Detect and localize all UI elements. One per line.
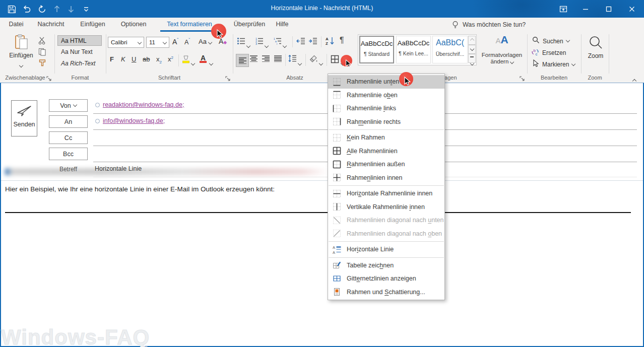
from-button[interactable]: Von [49,99,88,112]
change-case-icon[interactable]: Aa [199,38,212,45]
minimize-button[interactable] [574,0,597,18]
menu-item-label: Alle Rahmenlinien [347,148,398,155]
styles-scroll-down-icon[interactable] [468,45,476,54]
ribbon-display-options-icon[interactable] [552,0,574,18]
shrink-font-icon[interactable]: Aˇ [184,37,190,46]
sort-icon[interactable]: AZ [325,36,335,47]
chevron-down-icon[interactable] [265,40,268,49]
select-button[interactable]: Markieren [532,59,575,70]
font-size-combo[interactable]: 11 [146,37,169,48]
align-left-button[interactable] [236,54,249,67]
bcc-button[interactable]: Bcc [49,148,88,160]
bold-button[interactable]: F [110,55,114,63]
underline-button[interactable]: U [132,55,136,63]
close-button[interactable] [621,0,643,18]
format-rich-text-button[interactable]: Aa Rich-Text [58,58,102,69]
cut-icon[interactable] [38,37,46,47]
to-address-link[interactable]: info@windows-faq.de; [103,117,165,124]
grow-font-icon[interactable]: Aˆ [172,37,178,46]
align-center-button[interactable] [250,55,257,64]
menu-item-border-top[interactable]: Rahmenlinie oben [328,89,444,102]
superscript-button[interactable]: x2 [168,55,173,63]
menu-item-borders-and-shading[interactable]: Rahmen und Schattierung... [328,286,444,299]
zoom-button[interactable]: Zoom [583,33,609,73]
paste-button[interactable]: Einfügen [7,33,35,72]
numbered-list-icon[interactable]: 123 [255,37,264,47]
body-text[interactable]: Hier ein Beispiel, wie Ihr eine horizont… [5,185,275,193]
menu-item-border-right[interactable]: Rahmenlinie rechts [328,115,444,129]
format-painter-icon[interactable] [38,59,46,69]
cc-button[interactable]: Cc [49,131,88,144]
menu-item-border-none[interactable]: Kein Rahmen [328,131,444,145]
menu-separator [329,241,444,242]
menu-item-border-all[interactable]: Alle Rahmenlinien [328,145,444,158]
tab-nachricht[interactable]: Nachricht [32,18,70,32]
format-html-button[interactable]: Aa HTML [57,35,102,46]
chevron-down-icon[interactable] [298,58,301,67]
align-right-button[interactable] [262,55,270,64]
send-button[interactable]: Senden [11,100,37,136]
tab-einfuegen[interactable]: Einfügen [76,18,110,32]
format-plain-text-button[interactable]: Aa Nur Text [58,47,102,57]
style-card-kein-leerraum[interactable]: AaBbCcDc ¶ Kein Lee... [396,36,431,63]
tab-text-formatieren[interactable]: Text formatieren [159,18,220,32]
subscript-button[interactable]: x2 [156,55,162,64]
presence-icon [95,103,100,107]
chevron-down-icon[interactable] [247,40,250,49]
chevron-down-icon[interactable] [283,40,286,49]
decrease-indent-icon[interactable] [296,37,305,47]
styles-more-icon[interactable] [468,54,476,63]
style-card-ueberschrift[interactable]: AaBbC( Überschrif... [432,36,468,63]
menu-item-label: Tabelle zeichnen [347,262,394,269]
pilcrow-icon[interactable]: ¶ [340,36,344,45]
style-card-standard[interactable]: AaBbCcDc ¶ Standard [359,36,394,63]
maximize-button[interactable] [598,0,620,18]
menu-item-border-outside[interactable]: Rahmenlinien außen [328,158,444,171]
border-diagonal-up-icon [333,229,341,238]
menu-item-view-gridlines[interactable]: Gitternetzlinien anzeigen [328,272,444,286]
chevron-down-icon[interactable] [319,58,323,67]
menu-item-draw-table[interactable]: Tabelle zeichnen [328,259,444,272]
menu-item-border-inside[interactable]: Rahmenlinien innen [328,171,444,185]
font-dialog-launcher-icon[interactable] [225,75,231,80]
multilevel-list-icon[interactable]: 1ai [273,37,282,47]
strikethrough-button[interactable]: ab [143,55,150,63]
menu-item-border-inside-vertical[interactable]: Vertikale Rahmenlinie innen [328,200,444,214]
menu-item-border-left[interactable]: Rahmenlinie links [328,102,444,115]
italic-button[interactable]: K [121,55,125,63]
subject-value[interactable]: Horizontale Linie [95,165,142,172]
chevron-down-icon[interactable] [210,58,213,67]
bullet-list-icon[interactable] [237,37,245,47]
replace-button[interactable]: b c Ersetzen [531,48,566,58]
to-button[interactable]: An [49,115,88,128]
text-highlight-icon[interactable] [181,55,190,66]
increase-indent-icon[interactable] [308,37,317,47]
menu-item-border-inside-horizontal[interactable]: Horizontale Rahmenlinie innen [328,187,444,200]
tab-ueberpruefen[interactable]: Überprüfen [227,18,272,32]
chevron-down-icon[interactable] [191,58,195,67]
change-styles-button[interactable]: AA Formatvorlagen ändern [479,34,525,74]
shading-icon[interactable] [309,54,318,65]
horizontal-line-icon: AA [333,245,341,254]
tell-me-box[interactable]: Was möchten Sie tun? [463,21,526,29]
copy-icon[interactable] [38,48,46,58]
clipboard-dialog-launcher-icon[interactable] [46,75,52,80]
find-button[interactable]: Suchen [532,36,569,46]
borders-button[interactable] [331,55,339,65]
line-spacing-icon[interactable] [288,54,297,64]
format-group-label: Format [57,74,103,82]
from-address-link[interactable]: readaktion@windows-faq.de; [103,101,184,108]
menu-item-horizontal-line[interactable]: AA Horizontale Linie [328,243,444,256]
tab-datei[interactable]: Datei [6,18,26,32]
small-separator [327,54,327,66]
tab-optionen[interactable]: Optionen [115,18,152,32]
tab-hilfe[interactable]: Hilfe [272,18,292,32]
styles-dialog-launcher-icon[interactable] [520,75,525,80]
small-separator [285,54,286,66]
horizontal-line[interactable] [5,212,631,213]
justify-button[interactable] [274,55,282,64]
styles-scroll-up-icon[interactable] [468,36,476,45]
menu-item-border-bottom[interactable]: Rahmenlinie unten [328,75,444,89]
font-color-icon[interactable]: A [200,54,207,63]
font-family-combo[interactable]: Calibri [108,37,144,48]
